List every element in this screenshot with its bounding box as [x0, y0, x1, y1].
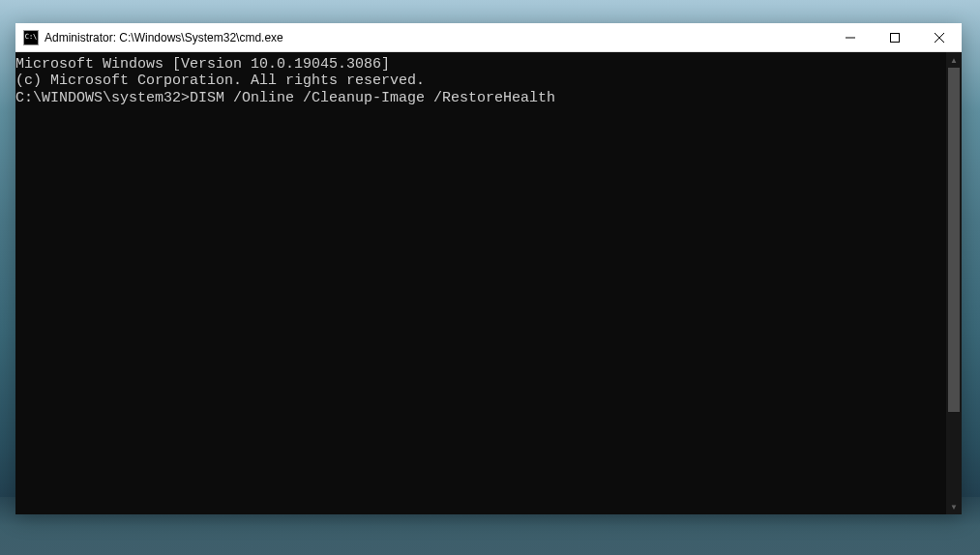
terminal-body[interactable]: Microsoft Windows [Version 10.0.19045.30…	[15, 52, 962, 514]
minimize-button[interactable]	[828, 23, 873, 51]
titlebar[interactable]: C:\ Administrator: C:\Windows\System32\c…	[15, 23, 962, 52]
scrollbar-thumb[interactable]	[948, 68, 960, 412]
cmd-icon: C:\	[23, 30, 39, 45]
cmd-icon-text: C:\	[25, 34, 38, 41]
terminal-output-line: Microsoft Windows [Version 10.0.19045.30…	[15, 56, 946, 73]
vertical-scrollbar[interactable]: ▲ ▼	[946, 52, 962, 514]
scrollbar-track[interactable]	[946, 68, 962, 499]
maximize-button[interactable]	[873, 23, 917, 51]
minimize-icon	[846, 33, 855, 43]
maximize-icon	[890, 33, 900, 43]
close-icon	[935, 33, 944, 43]
terminal-prompt-line: C:\WINDOWS\system32>DISM /Online /Cleanu…	[15, 90, 946, 106]
scrollbar-down-arrow[interactable]: ▼	[946, 499, 962, 514]
terminal-command: DISM /Online /Cleanup-Image /RestoreHeal…	[190, 90, 555, 106]
scrollbar-up-arrow[interactable]: ▲	[946, 52, 962, 68]
terminal-content[interactable]: Microsoft Windows [Version 10.0.19045.30…	[15, 52, 946, 514]
close-button[interactable]	[917, 23, 962, 51]
window-title: Administrator: C:\Windows\System32\cmd.e…	[45, 31, 828, 44]
svg-rect-1	[891, 33, 900, 42]
terminal-prompt: C:\WINDOWS\system32>	[15, 90, 190, 106]
cmd-window: C:\ Administrator: C:\Windows\System32\c…	[15, 23, 962, 514]
terminal-output-line: (c) Microsoft Corporation. All rights re…	[15, 73, 946, 89]
window-controls	[828, 23, 962, 51]
